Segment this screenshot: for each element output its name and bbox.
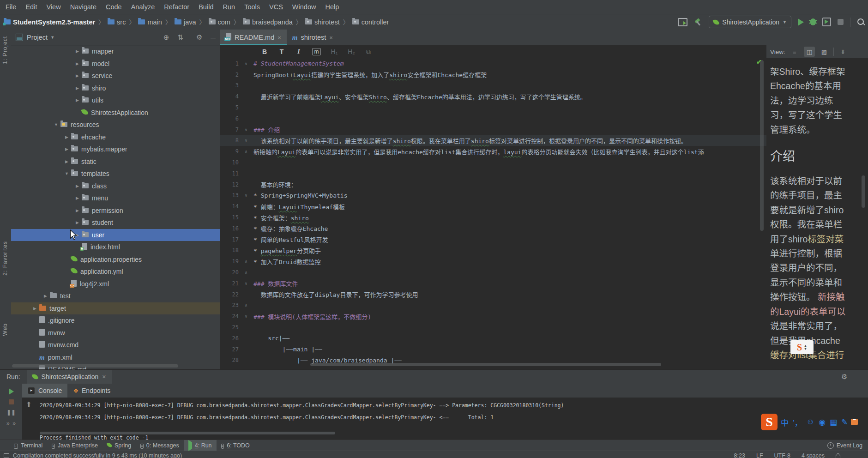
tree-row-application-yml[interactable]: application.yml [11,265,220,278]
editor-line-14[interactable]: 14* 前端：Layui+Thymeleaf模板 [220,201,766,212]
menu-item-analyze[interactable]: Analyze [127,3,160,11]
tree-row-static[interactable]: ▶static [11,156,220,168]
toolwindow-button-terminal[interactable]: ›_Terminal [9,440,47,451]
scroll-to-top-icon[interactable]: ⬆ [26,400,32,409]
hide-panel-icon[interactable]: ─ [856,373,861,381]
editor-line-18[interactable]: 18* pagehelper分页助手 [220,245,766,256]
tree-row-mvnw[interactable]: mvnw [11,327,220,339]
console-output[interactable]: ⬆ 2020/09/08-09:34:29 [http-nio-8080-exe… [22,398,868,440]
readonly-lock-icon[interactable] [836,455,840,458]
view-editor-only-icon[interactable]: ≡ [789,47,800,57]
editor-line-4[interactable]: 4 最近新学习了前端框架Layui、安全框架Shiro、缓存框架Ehcache的… [220,91,766,102]
tree-row-application-properties[interactable]: application.properties [11,253,220,266]
menu-item-navigate[interactable]: Navigate [66,3,101,11]
pause-output-icon[interactable]: ❚❚ [6,409,16,416]
ime-key-icon[interactable]: ▦ [830,417,837,427]
ime-key-icon[interactable]: ’， [793,416,802,428]
gear-icon[interactable]: ⚙ [841,373,847,381]
expand-arrow-icon[interactable]: ▼ [62,171,71,176]
expand-arrow-icon[interactable]: ▶ [62,135,71,139]
editor-line-8[interactable]: 8∨ 该系统相对于以前的练手项目，最主要就是新增了shiro权限。我在菜单栏用了… [220,135,766,146]
toolwindow-button-6-todo[interactable]: ≡6: TODO [217,440,254,451]
locate-file-icon[interactable]: ⊕ [163,33,169,42]
toolwindow-button-4-run[interactable]: 4: Run [184,440,217,451]
tree-row-mybatis-mapper[interactable]: ▶mybatis.mapper [11,143,220,156]
tree-row-service[interactable]: ▶service [11,70,220,82]
editor-line-3[interactable]: 3 [220,80,766,91]
editor-line-7[interactable]: 7∨### 介绍 [220,124,766,135]
stripe-web-tab[interactable]: Web [2,323,8,336]
expand-arrow-icon[interactable]: ▶ [73,98,82,102]
fold-marker-icon[interactable]: ∨ [239,281,253,286]
editor-line-1[interactable]: 1∨# StudentManagementSystem [220,58,766,69]
project-panel-title[interactable]: Project [27,34,48,41]
ime-indicator[interactable]: S ▲▼ [790,340,814,354]
inspections-ok-icon[interactable]: ✔ [756,58,762,66]
tab-endpoints[interactable]: ❖ Endpoints [67,384,116,398]
italic-icon[interactable]: I [295,48,302,55]
strikethrough-icon[interactable]: T [278,48,285,55]
expand-arrow-icon[interactable]: ▶ [62,159,71,164]
menu-item-edit[interactable]: Edit [21,3,42,11]
tree-row--gitignore[interactable]: .gitignore [11,314,220,327]
collapse-all-icon[interactable]: ⇅ [177,33,183,42]
run-config-tab[interactable]: ShirotestApplication × [27,370,112,384]
fold-marker-icon[interactable]: ∧ [239,303,253,307]
editor-line-2[interactable]: 2SpringBoot+Layui搭建的学生管理系统，加入了shiro安全框架和… [220,69,766,80]
menu-item-window[interactable]: Window [288,3,321,11]
run-with-coverage-button[interactable] [822,18,831,26]
tree-row-permission[interactable]: ▶permission [11,205,220,217]
gear-icon[interactable]: ⚙ [196,33,202,42]
toolwindow-button-spring[interactable]: Spring [102,440,136,451]
editor-tab-readme-md[interactable]: MDREADME.md× [220,30,287,45]
expand-arrow-icon[interactable]: ▶ [41,294,50,298]
menu-item-run[interactable]: Run [218,3,240,11]
tree-row-mapper[interactable]: ▶mapper [11,45,220,58]
run-button[interactable] [798,18,804,26]
expand-arrow-icon[interactable]: ▶ [73,184,82,188]
tree-row-model[interactable]: ▶model [11,58,220,70]
tree-row-log4j2-xml[interactable]: <>log4j2.xml [11,278,220,290]
menu-item-help[interactable]: Help [320,3,344,11]
fold-marker-icon[interactable]: ∨ [239,138,253,143]
tree-row-mvnw-cmd[interactable]: mvnw.cmd [11,339,220,351]
editor-line-23[interactable]: 23∧ [220,300,766,311]
editor-line-24[interactable]: 24∨### 模块说明(大体框架是这样，不做细分) [220,311,766,322]
editor-line-20[interactable]: 20∧ [220,267,766,278]
expand-arrow-icon[interactable]: ▼ [52,122,60,127]
view-editor-and-preview-icon[interactable]: ◫ [804,47,815,57]
event-log-button[interactable]: Event Log [827,440,862,451]
tree-row-target[interactable]: ▶target [11,302,220,315]
status-message[interactable]: Compilation completed successfully in 9 … [4,452,182,458]
tree-row-test[interactable]: ▶test [11,290,220,302]
editor-line-11[interactable]: 11 [220,168,766,179]
breadcrumb-item[interactable]: 〉com [196,18,230,26]
run-anything-icon[interactable] [678,18,687,26]
toolwindow-button-0-messages[interactable]: ≡0: Messages [136,440,184,451]
editor-line-19[interactable]: 19∧* 加入了Druid数据监控 [220,256,766,267]
stripe-favorites-tab[interactable]: 2: Favorites [2,241,8,276]
auto-scroll-preview-icon[interactable]: ⇳ [838,47,849,57]
tree-row-shiro[interactable]: ▶shiro [11,82,220,95]
tree-row-menu[interactable]: ▶menu [11,192,220,205]
fold-marker-icon[interactable]: ∨ [239,193,253,198]
menu-item-code[interactable]: Code [101,3,127,11]
editor-tab-shirotest[interactable]: mshirotest× [287,30,338,45]
editor-line-15[interactable]: 15* 安全框架：shiro [220,212,766,223]
tree-row-utils[interactable]: ▶utils [11,94,220,107]
expand-arrow-icon[interactable]: ▶ [73,61,82,66]
editor-line-21[interactable]: 21∨### 数据库文件 [220,278,766,289]
tree-row-templates[interactable]: ▼templates [11,168,220,180]
tree-row-pom-xml[interactable]: mpom.xml [11,351,220,364]
breadcrumb-item[interactable]: 〉controller [340,18,389,26]
close-icon[interactable]: × [102,373,106,380]
editor-line-17[interactable]: 17* 简单的Restful风格开发 [220,234,766,245]
stop-button[interactable] [838,19,844,25]
ime-key-icon[interactable]: ✎ [841,417,848,427]
code-span-icon[interactable]: m [312,48,321,55]
menu-item-build[interactable]: Build [194,3,218,11]
project-horizontal-scrollbar[interactable] [12,364,178,368]
header-level-down-icon[interactable]: H₁ [331,48,338,55]
tree-row-user[interactable]: ▶user [11,229,220,241]
expand-arrow-icon[interactable]: ▶ [73,196,82,200]
